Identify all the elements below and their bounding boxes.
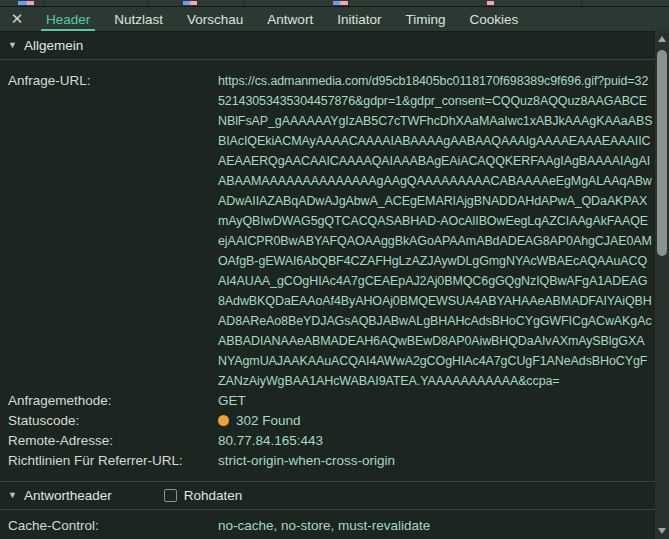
overview-request-mark [333,1,340,5]
overview-divider [348,0,349,6]
header-row-referrer-policy: Richtlinien Für Referrer-URL: strict-ori… [8,451,653,471]
request-url-value: https://cs.admanmedia.com/d95cb18405bc01… [218,71,653,391]
raw-data-checkbox[interactable] [164,489,177,502]
devtools-headers-panel: ✕ Header Nutzlast Vorschau Antwort Initi… [0,0,669,539]
row-label: Richtlinien Für Referrer-URL: [8,451,218,471]
collapse-triangle-icon: ▼ [8,490,17,500]
overview-divider [43,0,44,6]
collapse-triangle-icon: ▼ [8,40,17,50]
remote-address-value: 80.77.84.165:443 [218,431,653,451]
scrollbar-down-arrow-icon[interactable] [655,524,669,538]
request-method-value: GET [218,391,653,411]
tab-cookies[interactable]: Cookies [457,7,530,31]
row-label: Cache-Control: [8,516,218,536]
overview-divider [148,0,149,6]
row-label: Statuscode: [8,411,218,431]
network-overview-strip[interactable] [0,0,669,7]
scrollbar-up-arrow-icon[interactable] [655,32,669,46]
scrollbar-thumb[interactable] [657,50,667,256]
referrer-policy-value: strict-origin-when-cross-origin [218,451,653,471]
close-icon[interactable]: ✕ [0,7,34,31]
cache-control-value: no-cache, no-store, must-revalidate [218,516,653,536]
spacer [0,471,669,481]
raw-data-label: Rohdaten [184,488,243,503]
section-header-response[interactable]: ▼ Antwortheader Rohdaten [0,481,669,510]
header-row-request-method: Anfragemethode: GET [8,391,653,411]
header-row-status-code: Statuscode: 302 Found [8,411,653,431]
tab-vorschau[interactable]: Vorschau [175,7,255,31]
section-title-response: Antwortheader [24,488,112,503]
header-row-remote-address: Remote-Adresse: 80.77.84.165:443 [8,431,653,451]
response-header-rows: Cache-Control: no-cache, no-store, must-… [0,516,669,539]
overview-divider [244,0,245,6]
general-rows: Anfrage-URL: https://cs.admanmedia.com/d… [0,71,669,471]
vertical-scrollbar[interactable] [655,31,669,539]
overview-request-mark [183,1,190,5]
status-dot-icon [218,415,229,426]
tab-nutzlast[interactable]: Nutzlast [102,7,175,31]
overview-request-mark [27,1,34,5]
row-label: Anfragemethode: [8,391,218,411]
overview-request-mark [190,1,197,5]
tab-header[interactable]: Header [34,7,102,31]
header-row-cache-control: Cache-Control: no-cache, no-store, must-… [8,516,653,536]
raw-data-toggle: Rohdaten [164,488,243,503]
section-header-general[interactable]: ▼ Allgemein [0,32,669,60]
overview-request-mark [18,1,27,5]
overview-request-mark [340,1,348,5]
tab-initiator[interactable]: Initiator [325,7,393,31]
tab-antwort[interactable]: Antwort [255,7,325,31]
tab-timing[interactable]: Timing [393,7,457,31]
row-label: Anfrage-URL: [8,71,218,91]
overview-divider [581,0,582,6]
header-row-request-url: Anfrage-URL: https://cs.admanmedia.com/d… [8,71,653,391]
section-title-general: Allgemein [24,38,83,53]
request-detail-tabbar: ✕ Header Nutzlast Vorschau Antwort Initi… [0,7,669,32]
row-label: Remote-Adresse: [8,431,218,451]
overview-request-mark [487,1,494,5]
status-code-value: 302 Found [218,411,653,431]
